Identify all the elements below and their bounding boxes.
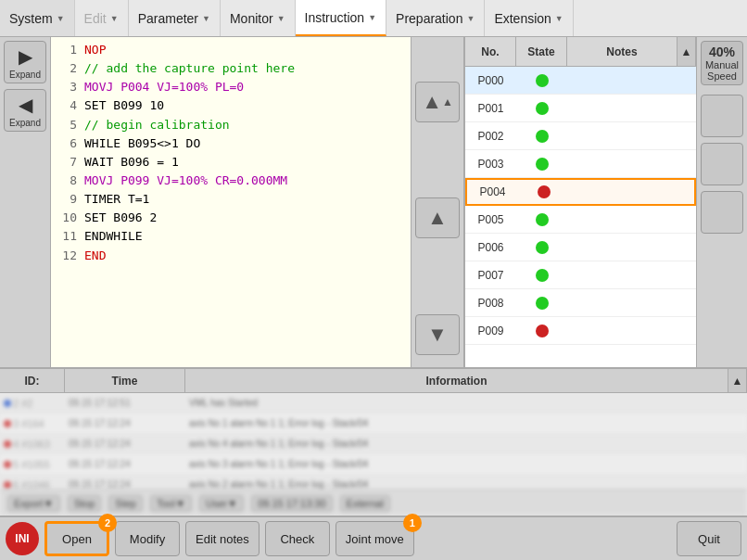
speed-display: 40% Manual Speed: [701, 41, 743, 85]
green-dot-icon: [536, 269, 549, 282]
point-row[interactable]: P000: [465, 67, 696, 95]
code-line: 8MOVJ P099 VJ=100% CR=0.000MM: [58, 172, 403, 190]
header-no: No.: [465, 37, 516, 66]
point-row[interactable]: P002: [465, 122, 696, 150]
log-bottom-item[interactable]: Tool▼: [150, 495, 192, 512]
panel-scroll-up[interactable]: ▲: [677, 37, 696, 66]
code-line: 1NOP: [58, 41, 403, 59]
edit-notes-button[interactable]: Edit notes: [185, 521, 260, 556]
log-row: 6 #104609.15 17:12:24axis No 2 alarm No …: [0, 475, 747, 490]
expand-left-button[interactable]: ◀ Expand: [4, 89, 46, 132]
red-log-dot-icon: [4, 481, 11, 489]
point-row[interactable]: P004: [465, 178, 696, 206]
log-row: 2 #209.15 17:12:51VML has Started: [0, 393, 747, 414]
log-bottom-item[interactable]: Step: [108, 495, 143, 512]
code-line: 12END: [58, 247, 403, 265]
green-dot-icon: [536, 241, 549, 254]
chevron-down-icon: ▼: [368, 13, 376, 22]
chevron-down-icon: ▼: [466, 14, 475, 23]
point-row[interactable]: P005: [465, 206, 696, 234]
chevron-down-icon: ▼: [555, 14, 563, 23]
quit-button[interactable]: Quit: [677, 521, 741, 556]
red-dot-icon: [536, 325, 549, 337]
blue-log-dot-icon: [4, 400, 11, 407]
badge-1: 1: [403, 514, 422, 532]
green-dot-icon: [536, 102, 549, 115]
points-header: No. State Notes ▲: [465, 37, 696, 67]
log-row: 3 #16409.15 17:12:24axis No 1 alarm No 1…: [0, 414, 747, 434]
scroll-down-button[interactable]: ▼: [415, 314, 460, 355]
expand-right-button[interactable]: ▶ Expand: [4, 41, 46, 83]
chevron-down-icon: ▼: [277, 14, 285, 23]
menu-parameter[interactable]: Parameter ▼: [129, 0, 221, 36]
chevron-down-icon: ▼: [110, 14, 119, 23]
expand-left-icon: ◀: [19, 94, 32, 116]
log-header-time: Time: [65, 369, 185, 392]
point-row[interactable]: P007: [465, 261, 696, 289]
log-bottom-item[interactable]: External: [340, 495, 390, 512]
chevron-down-icon: ▼: [57, 14, 65, 23]
point-row[interactable]: P009: [465, 317, 696, 345]
menu-extension[interactable]: Extension ▼: [485, 0, 573, 36]
log-row: 5 #105509.15 17:12:24axis No 3 alarm No …: [0, 454, 747, 475]
red-dot-icon: [538, 185, 551, 198]
code-line: 4SET B099 10: [58, 96, 403, 115]
log-header-id: ID:: [0, 369, 65, 392]
sidebar-right-btn1[interactable]: [701, 95, 743, 137]
code-line: 2// add the capture point here: [58, 59, 403, 78]
green-dot-icon: [536, 74, 549, 87]
code-line: 3MOVJ P004 VJ=100% PL=0: [58, 78, 403, 96]
log-header: ID: Time Information ▲: [0, 369, 747, 393]
point-row[interactable]: P003: [465, 150, 696, 178]
log-row: 4 #106309.15 17:12:24axis No 4 alarm No …: [0, 434, 747, 454]
sidebar-right-btn3[interactable]: [701, 191, 743, 234]
green-dot-icon: [536, 158, 549, 171]
bottom-toolbar: INI Open 2 Modify Edit notes Check Joint…: [0, 515, 747, 560]
code-line: 10SET B096 2: [58, 209, 403, 227]
red-log-dot-icon: [4, 461, 11, 468]
log-bottom-item[interactable]: Stop: [68, 495, 102, 512]
header-state: State: [516, 37, 567, 66]
log-area: ID: Time Information ▲ 2 #209.15 17:12:5…: [0, 367, 747, 515]
header-notes: Notes: [567, 37, 677, 66]
log-bottom: Export▼StopStepTool▼User▼09.15 17:13:30E…: [0, 490, 747, 515]
point-row[interactable]: P001: [465, 95, 696, 122]
log-scroll-up[interactable]: ▲: [728, 369, 747, 392]
menu-edit[interactable]: Edit ▼: [75, 0, 129, 36]
red-log-dot-icon: [4, 440, 11, 448]
log-bottom-item[interactable]: Export▼: [7, 495, 60, 512]
green-dot-icon: [536, 297, 549, 310]
green-dot-icon: [536, 213, 549, 226]
scroll-up-button[interactable]: ▲: [415, 197, 460, 238]
menu-preparation[interactable]: Preparation ▼: [386, 0, 485, 36]
modify-button[interactable]: Modify: [115, 521, 180, 556]
code-line: 9TIMER T=1: [58, 190, 403, 209]
point-row[interactable]: P008: [465, 289, 696, 317]
menu-monitor[interactable]: Monitor ▼: [221, 0, 296, 36]
joint-move-button[interactable]: Joint move: [336, 521, 414, 556]
code-line: 6WHILE B095<>1 DO: [58, 134, 403, 153]
point-row[interactable]: P006: [465, 234, 696, 261]
code-line: 7WAIT B096 = 1: [58, 153, 403, 172]
log-rows: 2 #209.15 17:12:51VML has Started 3 #164…: [0, 393, 747, 490]
scroll-up-double-button[interactable]: ▲▲: [415, 82, 460, 122]
code-line: 5// begin calibration: [58, 116, 403, 134]
menu-system[interactable]: System ▼: [0, 0, 75, 36]
badge-2: 2: [98, 514, 117, 532]
log-header-info: Information: [185, 369, 728, 392]
green-dot-icon: [536, 130, 549, 143]
log-bottom-item[interactable]: 09.15 17:13:30: [251, 495, 332, 512]
menu-bar: System ▼ Edit ▼ Parameter ▼ Monitor ▼ In…: [0, 0, 747, 37]
expand-right-icon: ▶: [19, 45, 32, 68]
chevron-down-icon: ▼: [202, 14, 210, 23]
sidebar-right-btn2[interactable]: [701, 143, 743, 185]
red-log-dot-icon: [4, 420, 11, 427]
check-button[interactable]: Check: [265, 521, 330, 556]
ini-badge: INI: [6, 522, 39, 555]
log-bottom-item[interactable]: User▼: [199, 495, 244, 512]
menu-instruction[interactable]: Instruction ▼: [296, 0, 387, 36]
code-line: 11ENDWHILE: [58, 227, 403, 246]
